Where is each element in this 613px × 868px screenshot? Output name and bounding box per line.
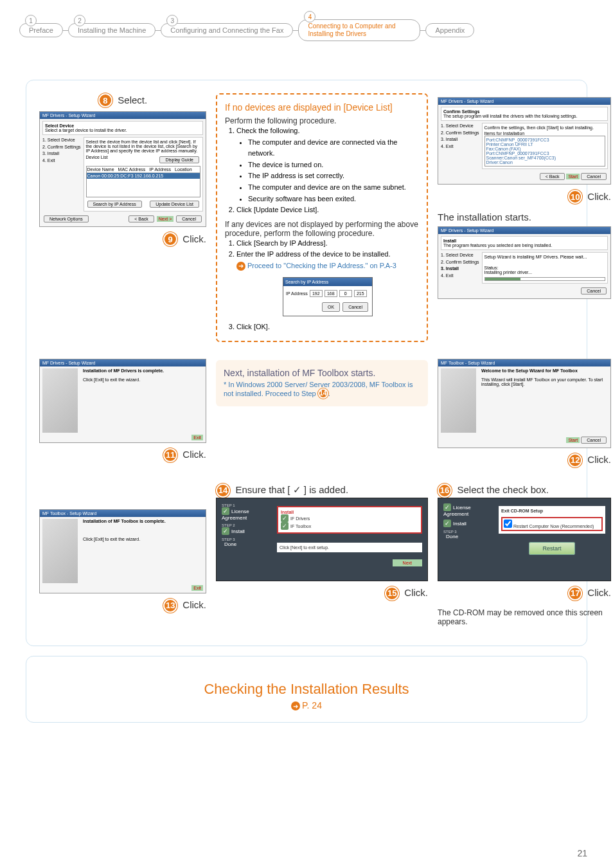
ip-octet-3[interactable]: [339, 290, 352, 297]
proceed-link[interactable]: Proceed to "Checking the IP Address." on…: [247, 262, 396, 269]
cancel-button[interactable]: Cancel: [581, 173, 607, 180]
wizard-select-device: MF Drivers - Setup Wizard Select Device …: [39, 111, 206, 227]
display-guide-button[interactable]: Display Guide: [159, 156, 199, 163]
check-icon: ✓: [281, 514, 289, 522]
search-ip-button[interactable]: Search by IP Address: [87, 201, 142, 208]
ok-button[interactable]: OK: [322, 302, 340, 312]
page-ref-link[interactable]: P. 24: [302, 700, 322, 710]
wizard-install-progress: MF Drivers - Setup Wizard InstallThe pro…: [438, 226, 611, 299]
tab-connecting[interactable]: 4Connecting to a Computer and Installing…: [298, 19, 420, 41]
callout-no-devices: If no devices are displayed in [Device L…: [216, 93, 428, 342]
tab-bar: 1Preface 2Installing the Machine 3Config…: [0, 0, 613, 41]
install-summary-panel: STEP 1 ✓License Agreement STEP 2 ✓Instal…: [216, 498, 428, 581]
wizard-confirm-settings: MF Drivers - Setup Wizard Confirm Settin…: [438, 97, 611, 185]
check-icon: ✓: [222, 527, 229, 535]
device-row[interactable]: Canon 00:00:25:DC:F3 192.168.0.215: [87, 173, 200, 179]
step-badge-12: 12: [568, 453, 582, 467]
step-badge-10: 10: [568, 190, 582, 204]
step-badge-15: 15: [385, 586, 399, 601]
step-badge-9: 9: [163, 232, 177, 246]
install-starts-text: The installation starts.: [438, 212, 611, 222]
restart-button[interactable]: Restart: [529, 542, 574, 555]
restart-checkbox[interactable]: [504, 520, 512, 528]
cancel-button[interactable]: Cancel: [342, 302, 368, 312]
tab-configuring[interactable]: 3Configuring and Connecting the Fax: [161, 23, 293, 37]
arrow-icon: ➜: [236, 262, 245, 271]
cancel-button[interactable]: Cancel: [581, 287, 607, 294]
check-icon: ✓: [443, 520, 451, 527]
update-list-button[interactable]: Update Device List: [150, 201, 199, 208]
step-badge-8: 8: [98, 93, 112, 107]
exit-setup-panel: ✓License Agreement ✓Install STEP 3 Done …: [438, 498, 611, 581]
back-button[interactable]: < Back: [129, 215, 154, 222]
start-button[interactable]: Start: [566, 174, 580, 179]
step-badge-17: 17: [568, 586, 582, 601]
ip-octet-4[interactable]: [354, 290, 367, 297]
network-options-button[interactable]: Network Options: [44, 215, 89, 222]
wizard-toolbox-welcome: MF Toolbox - Setup Wizard Welcome to the…: [438, 359, 611, 448]
toolbox-info: Next, installation of MF Toolbox starts.…: [216, 360, 428, 406]
step-badge-11: 11: [163, 448, 177, 462]
ip-octet-1[interactable]: [310, 290, 323, 297]
tab-installing[interactable]: 2Installing the Machine: [68, 23, 155, 37]
check-icon: ✓: [443, 503, 451, 511]
exit-button[interactable]: Exit: [191, 435, 203, 440]
check-icon: ✓: [281, 522, 289, 530]
exit-button[interactable]: Exit: [191, 585, 203, 591]
cancel-button[interactable]: Cancel: [581, 437, 607, 444]
back-button[interactable]: < Back: [540, 173, 565, 180]
check-icon: ✓: [222, 507, 229, 515]
step-badge-14: 14: [216, 484, 230, 498]
step-badge-13: 13: [163, 599, 177, 613]
content-frame: 8 Select. MF Drivers - Setup Wizard Sele…: [26, 80, 587, 646]
tab-appendix[interactable]: Appendix: [425, 23, 474, 37]
next-button[interactable]: Next: [393, 559, 422, 566]
arrow-icon: ➜: [291, 701, 300, 710]
cancel-button[interactable]: Cancel: [176, 215, 202, 222]
wizard-toolbox-complete: MF Toolbox - Setup Wizard Installation o…: [39, 509, 206, 593]
wizard-mf-drivers-complete: MF Drivers - Setup Wizard Installation o…: [39, 359, 206, 443]
step-badge-16: 16: [438, 484, 452, 498]
next-button[interactable]: Next >: [157, 216, 173, 222]
footer-title: Checking the Installation Results: [31, 681, 582, 698]
exit-cdrom-title: Exit CD-ROM Setup: [501, 509, 543, 513]
start-button[interactable]: Start: [566, 437, 580, 443]
cd-removed-note: The CD-ROM may be removed once this scre…: [438, 608, 611, 626]
footer-frame: Checking the Installation Results ➜P. 24: [26, 656, 587, 723]
page-number: 21: [577, 848, 587, 858]
ip-octet-2[interactable]: [324, 290, 337, 297]
tab-preface[interactable]: 1Preface: [19, 23, 63, 37]
ip-search-dialog: Search by IP Address IP Address OKCancel: [283, 277, 373, 317]
